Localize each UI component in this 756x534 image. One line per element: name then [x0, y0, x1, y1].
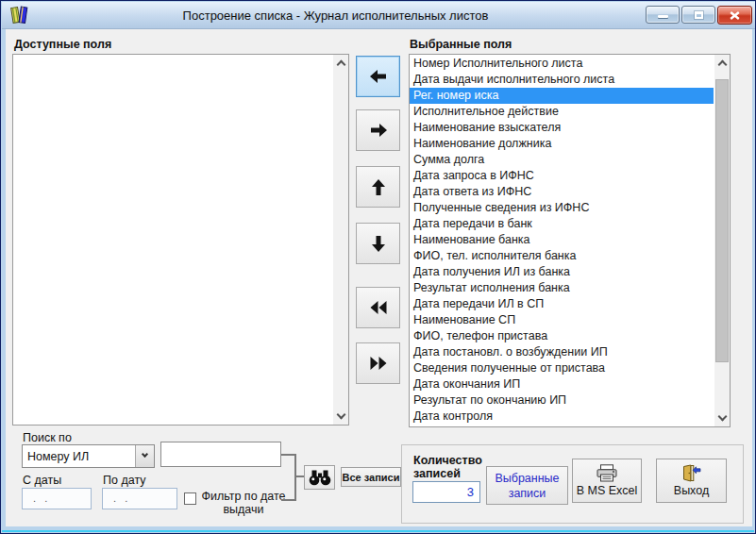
list-item[interactable]: Дата ответа из ИФНС [410, 184, 714, 200]
list-item[interactable]: Наименование СП [410, 312, 714, 328]
record-count-value[interactable]: 3 [412, 481, 480, 503]
arrow-down-icon [372, 236, 385, 252]
arrow-right-icon [370, 124, 387, 137]
list-item[interactable]: Наименование взыскателя [410, 120, 714, 136]
minimize-icon [658, 15, 668, 18]
list-item[interactable]: Полученные сведения из ИФНС [410, 200, 714, 216]
list-item[interactable]: Дата выдачи исполнительного листа [410, 72, 714, 88]
available-list-scrollbar[interactable] [333, 55, 348, 425]
move-down-button[interactable] [356, 223, 400, 264]
filter-by-date-label: Фильтр по дате выдачи [199, 490, 288, 516]
selected-list-scrollbar[interactable] [714, 55, 730, 426]
move-left-button[interactable] [356, 56, 400, 97]
list-item[interactable]: Сумма долга [410, 152, 714, 168]
move-all-right-button[interactable] [356, 342, 400, 384]
date-to-label: По дату [103, 474, 146, 487]
selected-fields-list[interactable]: Номер Исполнительного листа Дата выдачи … [409, 54, 731, 427]
date-to-input[interactable]: . . [102, 488, 177, 509]
close-icon [730, 11, 740, 20]
scrollbar-thumb[interactable] [715, 79, 729, 362]
record-count-label: Количество записей [413, 455, 496, 480]
selected-fields-label: Выбранные поля [410, 38, 512, 51]
window-frame-accent [2, 530, 754, 532]
maximize-icon [695, 11, 703, 19]
selected-records-button[interactable]: Выбранные записи [486, 466, 568, 505]
exit-label: Выход [674, 484, 709, 497]
binoculars-icon [309, 470, 331, 486]
double-arrow-right-icon [370, 357, 387, 370]
printer-icon [596, 464, 618, 482]
books-icon [8, 5, 29, 25]
list-item[interactable]: Наименование должника [410, 136, 714, 152]
list-item[interactable]: Результат по окончанию ИП [410, 392, 714, 409]
scroll-up-button[interactable] [714, 55, 730, 71]
list-item[interactable]: Наименование банка [410, 232, 714, 248]
window-title: Построение списка - Журнал исполнительны… [29, 8, 646, 23]
list-item[interactable]: Исполнительное действие [410, 104, 714, 120]
minimize-button[interactable] [646, 6, 680, 24]
chevron-down-icon [142, 451, 148, 458]
connector-line [294, 454, 296, 501]
search-field-value: Номеру ИЛ [23, 450, 135, 463]
chevron-up-icon [336, 60, 345, 70]
title-bar[interactable]: Построение списка - Журнал исполнительны… [2, 2, 756, 29]
search-by-label: Поиск по [23, 431, 72, 444]
maximize-button[interactable] [681, 6, 715, 24]
scroll-down-button[interactable] [333, 409, 348, 425]
list-item[interactable]: Дата окончания ИП [410, 376, 714, 392]
available-fields-list[interactable] [12, 54, 349, 426]
search-field-select[interactable]: Номеру ИЛ [22, 444, 155, 468]
close-button[interactable] [717, 6, 752, 25]
find-button[interactable] [304, 465, 335, 490]
list-item[interactable]: Дата передачи в банк [410, 216, 714, 232]
search-query-input[interactable] [160, 442, 281, 467]
list-item[interactable]: Дата запроса в ИФНС [410, 168, 714, 184]
arrow-up-icon [372, 179, 385, 195]
filter-by-date-checkbox[interactable] [184, 492, 196, 505]
all-records-button[interactable]: Все записи [341, 467, 401, 487]
dropdown-button[interactable] [135, 445, 154, 467]
connector-line [281, 499, 296, 501]
move-all-left-button[interactable] [356, 287, 400, 328]
exit-door-icon [681, 464, 701, 482]
chevron-down-icon [717, 412, 727, 422]
arrow-left-icon [370, 70, 387, 83]
list-item[interactable]: Номер Исполнительного листа [410, 56, 714, 72]
list-item[interactable]: ФИО, телефон пристава [410, 328, 714, 344]
scroll-down-button[interactable] [714, 410, 730, 426]
chevron-down-icon [336, 410, 345, 420]
selected-fields-rows: Номер Исполнительного листа Дата выдачи … [410, 56, 714, 425]
move-right-button[interactable] [356, 109, 400, 151]
exit-button[interactable]: Выход [656, 459, 727, 503]
available-fields-label: Доступные поля [14, 38, 111, 51]
list-item[interactable]: Рег. номер иска [410, 88, 714, 104]
list-item[interactable]: Дата контроля [410, 409, 714, 425]
list-item[interactable]: Дата получения ИЛ из банка [410, 264, 714, 280]
scroll-up-button[interactable] [333, 55, 348, 71]
dialog-window: Построение списка - Журнал исполнительны… [0, 0, 756, 534]
list-item[interactable]: Дата постановл. о возбуждении ИП [410, 344, 714, 360]
chevron-up-icon [717, 60, 727, 70]
double-arrow-left-icon [370, 301, 387, 314]
move-up-button[interactable] [356, 166, 400, 208]
date-from-input[interactable]: . . [22, 488, 92, 509]
list-item[interactable]: Сведения полученные от пристава [410, 360, 714, 376]
export-excel-label: В MS Excel [577, 484, 638, 497]
list-item[interactable]: ФИО, тел. исполнителя банка [410, 248, 714, 264]
date-from-label: С даты [23, 474, 61, 487]
list-item[interactable]: Результат исполнения банка [410, 280, 714, 296]
list-item[interactable]: Дата передачи ИЛ в СП [410, 296, 714, 312]
export-excel-button[interactable]: В MS Excel [572, 459, 642, 503]
window-controls [646, 6, 752, 25]
